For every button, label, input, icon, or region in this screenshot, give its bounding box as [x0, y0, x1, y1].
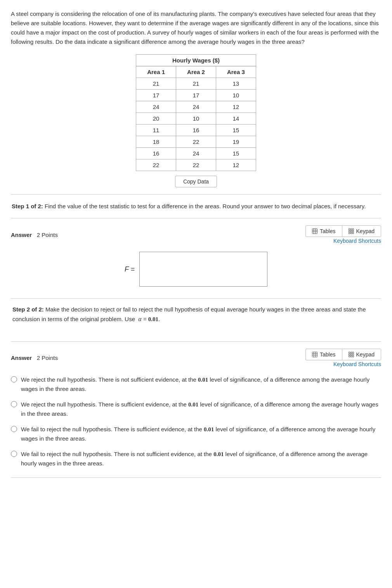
cell-r3-c0: 20: [136, 113, 176, 125]
svg-rect-20: [350, 352, 352, 353]
svg-rect-11: [349, 232, 350, 234]
cell-r5-c1: 22: [176, 136, 216, 148]
answer2-keyboard-shortcuts[interactable]: Keyboard Shortcuts: [333, 361, 381, 367]
table-row: 182219: [136, 136, 256, 148]
svg-rect-14: [312, 352, 317, 357]
radio-options: We reject the null hypothesis. There is …: [11, 375, 381, 468]
cell-r7-c1: 22: [176, 159, 216, 171]
divider-1: [11, 194, 381, 195]
radio-input-3[interactable]: [11, 426, 17, 432]
col-header-area3: Area 3: [216, 66, 256, 78]
answer1-keypad-button[interactable]: Keypad: [342, 225, 381, 237]
f-label: F =: [125, 265, 135, 273]
cell-r3-c1: 10: [176, 113, 216, 125]
radio-input-2[interactable]: [11, 401, 17, 407]
svg-rect-19: [349, 352, 350, 353]
table-row: 171710: [136, 90, 256, 101]
svg-rect-13: [352, 232, 354, 234]
answer2-tables-button[interactable]: Tables: [305, 349, 342, 360]
table-row: 201014: [136, 113, 256, 125]
svg-rect-24: [352, 354, 354, 355]
cell-r6-c1: 24: [176, 148, 216, 159]
cell-r7-c2: 12: [216, 159, 256, 171]
svg-rect-27: [352, 356, 354, 357]
step2-label: Step 2 of 2:: [12, 306, 44, 313]
divider-3: [11, 341, 381, 342]
table-row: 242412: [136, 101, 256, 113]
svg-rect-0: [312, 229, 317, 234]
svg-rect-5: [349, 229, 350, 230]
copy-data-button[interactable]: Copy Data: [175, 176, 217, 187]
answer2-keypad-button[interactable]: Keypad: [342, 349, 381, 360]
answer2-tool-buttons: Tables Keypad: [305, 349, 381, 360]
radio-label-2: We reject the null hypothesis. There is …: [21, 400, 381, 419]
cell-r5-c0: 18: [136, 136, 176, 148]
col-header-area1: Area 1: [136, 66, 176, 78]
svg-rect-22: [349, 354, 350, 355]
radio-option-1[interactable]: We reject the null hypothesis. There is …: [11, 375, 381, 394]
tables-icon-2: [312, 352, 317, 357]
cell-r3-c2: 14: [216, 113, 256, 125]
table-row: 162415: [136, 148, 256, 159]
radio-label-3: We fail to reject the null hypothesis. T…: [21, 425, 381, 443]
radio-input-1[interactable]: [11, 376, 17, 382]
step1-text: Step 1 of 2: Find the value of the test …: [11, 202, 381, 211]
svg-rect-8: [349, 230, 350, 232]
answer1-tool-buttons: Tables Keypad: [305, 225, 381, 237]
step2-content: Make the decision to reject or fail to r…: [12, 306, 366, 322]
f-input[interactable]: [139, 252, 267, 287]
radio-label-1: We reject the null hypothesis. There is …: [21, 375, 381, 394]
answer2-tools: Tables Keypad: [305, 349, 381, 367]
cell-r1-c0: 17: [136, 90, 176, 101]
table-row: 111615: [136, 125, 256, 136]
cell-r4-c1: 16: [176, 125, 216, 136]
table-section: Hourly Wages ($) Area 1 Area 2 Area 3 21…: [11, 54, 381, 187]
answer1-header: Answer 2 Points Tables: [11, 225, 381, 244]
svg-rect-9: [350, 230, 352, 232]
cell-r1-c1: 17: [176, 90, 216, 101]
answer2-label: Answer 2 Points: [11, 355, 58, 361]
bottom-divider: [11, 477, 381, 478]
cell-r2-c0: 24: [136, 101, 176, 113]
answer1-tables-button[interactable]: Tables: [305, 225, 342, 237]
cell-r6-c2: 15: [216, 148, 256, 159]
problem-text: A steel company is considering the reloc…: [11, 9, 381, 47]
table-row: 212113: [136, 78, 256, 90]
radio-label-4: We fail to reject the null hypothesis. T…: [21, 450, 381, 468]
cell-r0-c0: 21: [136, 78, 176, 90]
table-title: Hourly Wages ($): [136, 55, 256, 66]
answer1-keyboard-shortcuts[interactable]: Keyboard Shortcuts: [333, 238, 381, 244]
step1-content: Find the value of the test statistic to …: [45, 203, 366, 209]
radio-option-2[interactable]: We reject the null hypothesis. There is …: [11, 400, 381, 419]
col-header-area2: Area 2: [176, 66, 216, 78]
cell-r5-c2: 19: [216, 136, 256, 148]
step1-label: Step 1 of 2:: [12, 203, 43, 209]
tables-icon: [312, 228, 317, 234]
keypad-icon: [349, 228, 354, 234]
keypad-icon-2: [349, 352, 354, 357]
f-input-area: F =: [11, 252, 381, 287]
svg-rect-7: [352, 229, 354, 230]
svg-rect-6: [350, 229, 352, 230]
svg-rect-23: [350, 354, 352, 355]
svg-rect-10: [352, 230, 354, 232]
step2-box: Step 2 of 2: Make the decision to reject…: [11, 298, 381, 334]
alpha-symbol: α: [138, 316, 141, 322]
answer1-label: Answer 2 Points: [11, 232, 58, 238]
radio-input-4[interactable]: [11, 451, 17, 457]
cell-r1-c2: 10: [216, 90, 256, 101]
svg-rect-12: [350, 232, 352, 234]
divider-2: [11, 218, 381, 218]
cell-r2-c2: 12: [216, 101, 256, 113]
radio-option-4[interactable]: We fail to reject the null hypothesis. T…: [11, 450, 381, 468]
answer1-tools: Tables Keypad: [305, 225, 381, 244]
cell-r0-c1: 21: [176, 78, 216, 90]
svg-rect-26: [350, 356, 352, 357]
cell-r7-c0: 22: [136, 159, 176, 171]
answer2-header: Answer 2 Points Tables: [11, 349, 381, 367]
wages-table: Hourly Wages ($) Area 1 Area 2 Area 3 21…: [136, 54, 256, 171]
radio-option-3[interactable]: We fail to reject the null hypothesis. T…: [11, 425, 381, 443]
cell-r4-c2: 15: [216, 125, 256, 136]
cell-r0-c2: 13: [216, 78, 256, 90]
alpha-value: 0.01: [148, 316, 158, 322]
